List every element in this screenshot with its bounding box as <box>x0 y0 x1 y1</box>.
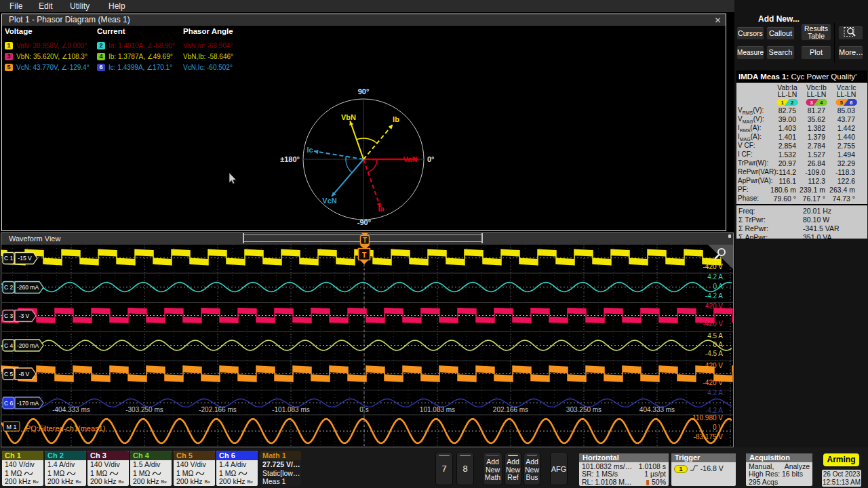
svg-text:4.5 A: 4.5 A <box>707 332 723 340</box>
svg-text:-4.2 A: -4.2 A <box>705 407 723 414</box>
svg-text:-90°: -90° <box>357 218 371 226</box>
svg-text:420 V: 420 V <box>705 362 723 369</box>
svg-text:4.2 A: 4.2 A <box>707 389 723 396</box>
svg-text:4: 4 <box>820 100 823 106</box>
svg-text:C 5: C 5 <box>4 371 14 378</box>
svg-text:-15 V: -15 V <box>18 255 32 262</box>
svg-text:VcN: VcN <box>322 197 336 205</box>
svg-text:0 V: 0 V <box>713 424 723 431</box>
svg-text:110.980 V: 110.980 V <box>692 414 723 422</box>
svg-text:90°: 90° <box>358 87 370 96</box>
svg-text:0 A: 0 A <box>713 283 724 290</box>
svg-text:-101.083 ms: -101.083 ms <box>272 406 310 413</box>
svg-text:-170 mA: -170 mA <box>17 400 39 407</box>
svg-text:C 3: C 3 <box>4 312 14 319</box>
svg-text:420 V: 420 V <box>705 302 723 310</box>
svg-text:VbN: VbN <box>341 113 356 121</box>
svg-text:±180°: ±180° <box>280 155 300 163</box>
svg-text:-202.166 ms: -202.166 ms <box>199 406 237 413</box>
svg-text:0 s: 0 s <box>359 406 368 413</box>
svg-text:T: T <box>363 237 367 244</box>
svg-text:4.2 A: 4.2 A <box>707 273 723 281</box>
svg-text:6: 6 <box>850 100 852 106</box>
svg-text:-4.2 A: -4.2 A <box>705 292 723 300</box>
svg-text:C 4: C 4 <box>4 342 14 349</box>
svg-text:0 A: 0 A <box>713 341 724 348</box>
svg-text:C 1: C 1 <box>4 255 14 262</box>
svg-text:-404.333 ms: -404.333 ms <box>52 406 90 413</box>
svg-text:202.166 ms: 202.166 ms <box>493 406 528 413</box>
svg-text:-83.175 V: -83.175 V <box>694 433 724 441</box>
svg-text:Ib: Ib <box>393 115 399 123</box>
svg-text:Ic: Ic <box>307 146 313 154</box>
svg-text:VaN: VaN <box>403 155 418 163</box>
svg-text:-420 V: -420 V <box>703 263 724 270</box>
svg-text:-3 V: -3 V <box>19 312 30 319</box>
svg-text:-420 V: -420 V <box>703 379 724 386</box>
svg-text:C 6: C 6 <box>4 400 14 407</box>
svg-text:3: 3 <box>810 100 813 106</box>
svg-text:-420 V: -420 V <box>703 320 724 327</box>
svg-text:0°: 0° <box>427 155 435 163</box>
svg-text:101.083 ms: 101.083 ms <box>420 406 455 413</box>
svg-text:404.333 ms: 404.333 ms <box>639 406 675 413</box>
svg-text:1: 1 <box>781 100 784 106</box>
svg-text:-4.5 A: -4.5 A <box>705 350 723 357</box>
svg-text:-260 mA: -260 mA <box>17 284 39 291</box>
svg-text:2: 2 <box>791 100 793 106</box>
svg-text:5: 5 <box>840 100 843 106</box>
svg-text:-200 mA: -200 mA <box>17 342 39 349</box>
svg-text:PQ:Filtered-ch1(meas1): PQ:Filtered-ch1(meas1) <box>26 424 105 432</box>
svg-text:303.250 ms: 303.250 ms <box>566 406 601 413</box>
svg-text:-8 V: -8 V <box>19 371 30 378</box>
svg-text:C 2: C 2 <box>4 284 14 291</box>
svg-text:Ia: Ia <box>378 205 384 213</box>
svg-text:T: T <box>362 251 367 259</box>
svg-text:M 1: M 1 <box>6 424 16 430</box>
svg-text:-303.250 ms: -303.250 ms <box>125 406 163 413</box>
